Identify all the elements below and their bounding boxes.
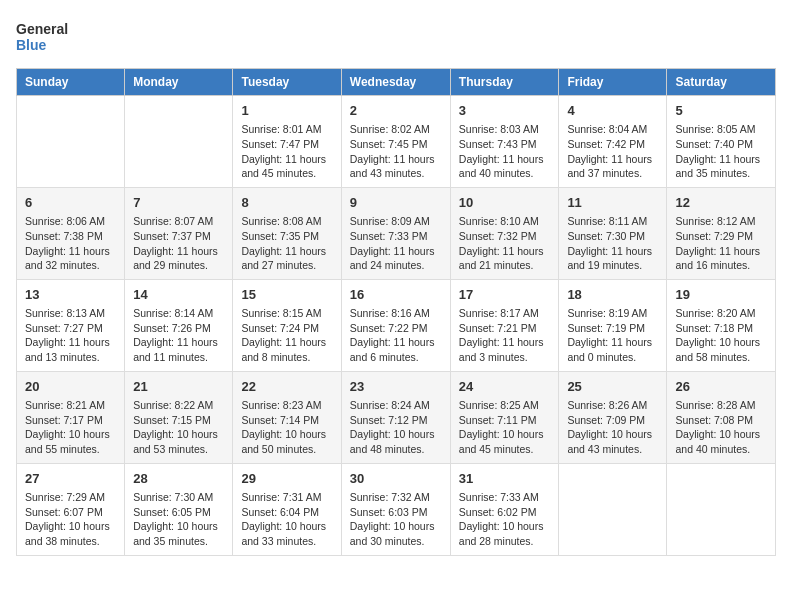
cell-content: Sunrise: 8:05 AM Sunset: 7:40 PM Dayligh…: [675, 122, 767, 181]
day-number: 13: [25, 286, 116, 304]
calendar-cell: 7Sunrise: 8:07 AM Sunset: 7:37 PM Daylig…: [125, 187, 233, 279]
cell-content: Sunrise: 8:10 AM Sunset: 7:32 PM Dayligh…: [459, 214, 551, 273]
week-row-1: 1Sunrise: 8:01 AM Sunset: 7:47 PM Daylig…: [17, 96, 776, 188]
day-number: 28: [133, 470, 224, 488]
cell-content: Sunrise: 8:23 AM Sunset: 7:14 PM Dayligh…: [241, 398, 332, 457]
day-header-friday: Friday: [559, 69, 667, 96]
cell-content: Sunrise: 8:15 AM Sunset: 7:24 PM Dayligh…: [241, 306, 332, 365]
calendar-cell: 2Sunrise: 8:02 AM Sunset: 7:45 PM Daylig…: [341, 96, 450, 188]
day-number: 3: [459, 102, 551, 120]
day-number: 7: [133, 194, 224, 212]
day-number: 14: [133, 286, 224, 304]
calendar-cell: 22Sunrise: 8:23 AM Sunset: 7:14 PM Dayli…: [233, 371, 341, 463]
cell-content: Sunrise: 8:02 AM Sunset: 7:45 PM Dayligh…: [350, 122, 442, 181]
calendar-cell: 14Sunrise: 8:14 AM Sunset: 7:26 PM Dayli…: [125, 279, 233, 371]
day-number: 26: [675, 378, 767, 396]
svg-marker-3: [71, 16, 76, 28]
cell-content: Sunrise: 8:25 AM Sunset: 7:11 PM Dayligh…: [459, 398, 551, 457]
calendar-cell: 21Sunrise: 8:22 AM Sunset: 7:15 PM Dayli…: [125, 371, 233, 463]
day-number: 23: [350, 378, 442, 396]
cell-content: Sunrise: 8:26 AM Sunset: 7:09 PM Dayligh…: [567, 398, 658, 457]
day-number: 16: [350, 286, 442, 304]
day-number: 4: [567, 102, 658, 120]
day-header-wednesday: Wednesday: [341, 69, 450, 96]
logo: General Blue: [16, 16, 76, 60]
week-row-3: 13Sunrise: 8:13 AM Sunset: 7:27 PM Dayli…: [17, 279, 776, 371]
day-number: 19: [675, 286, 767, 304]
calendar-cell: 12Sunrise: 8:12 AM Sunset: 7:29 PM Dayli…: [667, 187, 776, 279]
calendar-cell: 28Sunrise: 7:30 AM Sunset: 6:05 PM Dayli…: [125, 463, 233, 555]
day-number: 8: [241, 194, 332, 212]
calendar-cell: 6Sunrise: 8:06 AM Sunset: 7:38 PM Daylig…: [17, 187, 125, 279]
calendar-cell: [667, 463, 776, 555]
cell-content: Sunrise: 8:20 AM Sunset: 7:18 PM Dayligh…: [675, 306, 767, 365]
header-row: SundayMondayTuesdayWednesdayThursdayFrid…: [17, 69, 776, 96]
cell-content: Sunrise: 8:09 AM Sunset: 7:33 PM Dayligh…: [350, 214, 442, 273]
calendar-cell: 15Sunrise: 8:15 AM Sunset: 7:24 PM Dayli…: [233, 279, 341, 371]
cell-content: Sunrise: 7:30 AM Sunset: 6:05 PM Dayligh…: [133, 490, 224, 549]
day-number: 2: [350, 102, 442, 120]
day-number: 17: [459, 286, 551, 304]
day-number: 9: [350, 194, 442, 212]
cell-content: Sunrise: 7:29 AM Sunset: 6:07 PM Dayligh…: [25, 490, 116, 549]
cell-content: Sunrise: 8:22 AM Sunset: 7:15 PM Dayligh…: [133, 398, 224, 457]
cell-content: Sunrise: 8:01 AM Sunset: 7:47 PM Dayligh…: [241, 122, 332, 181]
cell-content: Sunrise: 8:17 AM Sunset: 7:21 PM Dayligh…: [459, 306, 551, 365]
day-number: 12: [675, 194, 767, 212]
cell-content: Sunrise: 8:13 AM Sunset: 7:27 PM Dayligh…: [25, 306, 116, 365]
calendar-cell: 9Sunrise: 8:09 AM Sunset: 7:33 PM Daylig…: [341, 187, 450, 279]
calendar-cell: [559, 463, 667, 555]
week-row-5: 27Sunrise: 7:29 AM Sunset: 6:07 PM Dayli…: [17, 463, 776, 555]
day-number: 25: [567, 378, 658, 396]
calendar-cell: 1Sunrise: 8:01 AM Sunset: 7:47 PM Daylig…: [233, 96, 341, 188]
cell-content: Sunrise: 8:11 AM Sunset: 7:30 PM Dayligh…: [567, 214, 658, 273]
day-number: 27: [25, 470, 116, 488]
calendar-cell: 23Sunrise: 8:24 AM Sunset: 7:12 PM Dayli…: [341, 371, 450, 463]
cell-content: Sunrise: 7:31 AM Sunset: 6:04 PM Dayligh…: [241, 490, 332, 549]
calendar-cell: 17Sunrise: 8:17 AM Sunset: 7:21 PM Dayli…: [450, 279, 559, 371]
calendar-cell: [125, 96, 233, 188]
logo-svg: General Blue: [16, 16, 76, 60]
cell-content: Sunrise: 8:16 AM Sunset: 7:22 PM Dayligh…: [350, 306, 442, 365]
cell-content: Sunrise: 8:21 AM Sunset: 7:17 PM Dayligh…: [25, 398, 116, 457]
day-number: 22: [241, 378, 332, 396]
calendar-cell: 8Sunrise: 8:08 AM Sunset: 7:35 PM Daylig…: [233, 187, 341, 279]
cell-content: Sunrise: 8:08 AM Sunset: 7:35 PM Dayligh…: [241, 214, 332, 273]
calendar-cell: 26Sunrise: 8:28 AM Sunset: 7:08 PM Dayli…: [667, 371, 776, 463]
calendar-cell: 10Sunrise: 8:10 AM Sunset: 7:32 PM Dayli…: [450, 187, 559, 279]
calendar-cell: [17, 96, 125, 188]
calendar-table: SundayMondayTuesdayWednesdayThursdayFrid…: [16, 68, 776, 556]
day-header-saturday: Saturday: [667, 69, 776, 96]
day-number: 5: [675, 102, 767, 120]
cell-content: Sunrise: 8:06 AM Sunset: 7:38 PM Dayligh…: [25, 214, 116, 273]
day-number: 11: [567, 194, 658, 212]
calendar-cell: 31Sunrise: 7:33 AM Sunset: 6:02 PM Dayli…: [450, 463, 559, 555]
calendar-cell: 29Sunrise: 7:31 AM Sunset: 6:04 PM Dayli…: [233, 463, 341, 555]
calendar-cell: 4Sunrise: 8:04 AM Sunset: 7:42 PM Daylig…: [559, 96, 667, 188]
svg-text:General: General: [16, 21, 68, 37]
day-number: 1: [241, 102, 332, 120]
cell-content: Sunrise: 8:19 AM Sunset: 7:19 PM Dayligh…: [567, 306, 658, 365]
calendar-cell: 25Sunrise: 8:26 AM Sunset: 7:09 PM Dayli…: [559, 371, 667, 463]
calendar-cell: 13Sunrise: 8:13 AM Sunset: 7:27 PM Dayli…: [17, 279, 125, 371]
day-number: 20: [25, 378, 116, 396]
calendar-cell: 3Sunrise: 8:03 AM Sunset: 7:43 PM Daylig…: [450, 96, 559, 188]
day-number: 6: [25, 194, 116, 212]
cell-content: Sunrise: 8:24 AM Sunset: 7:12 PM Dayligh…: [350, 398, 442, 457]
day-number: 10: [459, 194, 551, 212]
calendar-cell: 18Sunrise: 8:19 AM Sunset: 7:19 PM Dayli…: [559, 279, 667, 371]
cell-content: Sunrise: 8:12 AM Sunset: 7:29 PM Dayligh…: [675, 214, 767, 273]
calendar-cell: 24Sunrise: 8:25 AM Sunset: 7:11 PM Dayli…: [450, 371, 559, 463]
cell-content: Sunrise: 8:04 AM Sunset: 7:42 PM Dayligh…: [567, 122, 658, 181]
day-number: 29: [241, 470, 332, 488]
cell-content: Sunrise: 7:33 AM Sunset: 6:02 PM Dayligh…: [459, 490, 551, 549]
day-number: 15: [241, 286, 332, 304]
calendar-cell: 19Sunrise: 8:20 AM Sunset: 7:18 PM Dayli…: [667, 279, 776, 371]
week-row-2: 6Sunrise: 8:06 AM Sunset: 7:38 PM Daylig…: [17, 187, 776, 279]
calendar-cell: 30Sunrise: 7:32 AM Sunset: 6:03 PM Dayli…: [341, 463, 450, 555]
calendar-cell: 27Sunrise: 7:29 AM Sunset: 6:07 PM Dayli…: [17, 463, 125, 555]
page-header: General Blue: [16, 16, 776, 60]
day-number: 31: [459, 470, 551, 488]
day-number: 21: [133, 378, 224, 396]
cell-content: Sunrise: 8:07 AM Sunset: 7:37 PM Dayligh…: [133, 214, 224, 273]
